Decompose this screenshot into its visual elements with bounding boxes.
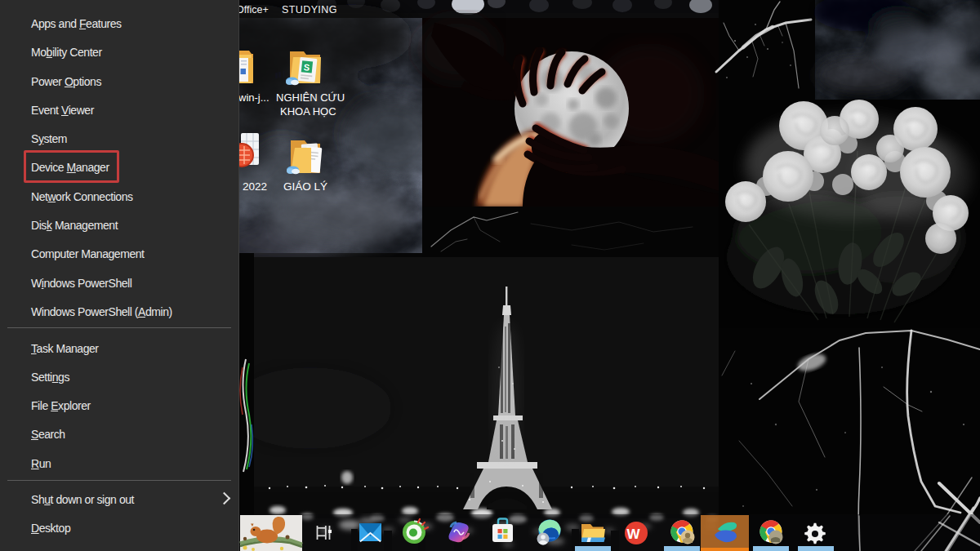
svg-text:GIÁO LÝ: GIÁO LÝ [283, 180, 327, 193]
svg-text:2022: 2022 [243, 180, 267, 193]
svg-text:S: S [303, 62, 310, 73]
svg-text:STUDYING: STUDYING [282, 4, 337, 16]
svg-text:KHOA HỌC: KHOA HỌC [280, 105, 336, 118]
svg-text:Office+: Office+ [236, 4, 269, 16]
svg-text:NGHIÊN CỨU: NGHIÊN CỨU [276, 91, 345, 104]
svg-text:W: W [627, 527, 641, 542]
svg-text:win-j...: win-j... [238, 91, 270, 104]
